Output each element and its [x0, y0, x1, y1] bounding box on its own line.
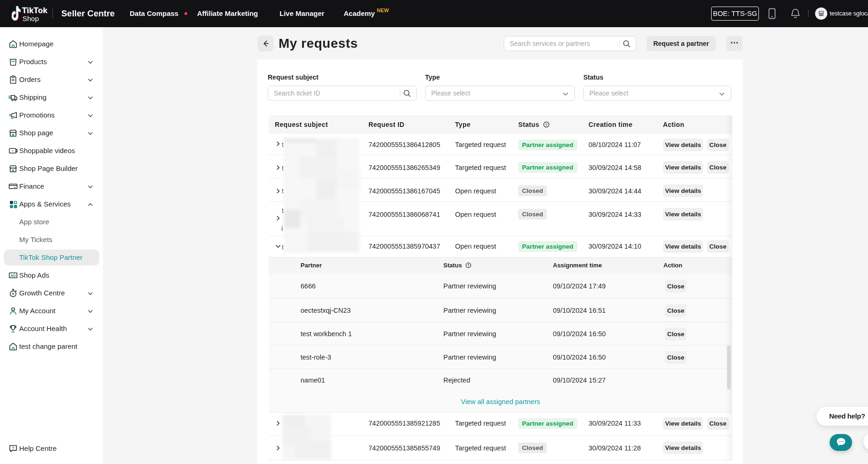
svg-text:?: ?: [467, 264, 470, 268]
svg-text:AD: AD: [10, 273, 16, 278]
svg-text:?: ?: [545, 123, 548, 127]
svg-text:?: ?: [12, 446, 14, 450]
